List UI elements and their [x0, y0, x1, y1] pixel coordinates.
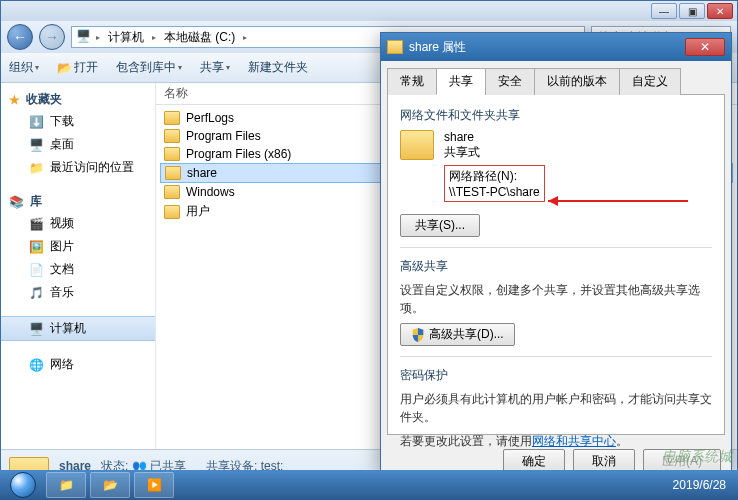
library-icon: 📚: [9, 195, 24, 209]
tab-general[interactable]: 常规: [387, 68, 437, 95]
properties-dialog: share 属性 ✕ 常规 共享 安全 以前的版本 自定义 网络文件和文件夹共享…: [380, 32, 732, 472]
desktop-icon: 🖥️: [29, 138, 44, 152]
sidebar-computer[interactable]: 🖥️计算机: [1, 316, 155, 341]
picture-icon: 🖼️: [29, 240, 44, 254]
section3-desc2: 若要更改此设置，请使用: [400, 434, 532, 448]
sidebar: ★收藏夹 ⬇️下载 🖥️桌面 📁最近访问的位置 📚库 🎬视频 🖼️图片 📄文档 …: [1, 83, 156, 449]
media-icon: ▶️: [147, 478, 162, 492]
task-explorer[interactable]: 📁: [46, 472, 86, 498]
titlebar: — ▣ ✕: [1, 1, 737, 21]
advanced-share-button[interactable]: 高级共享(D)...: [400, 323, 515, 346]
watermark: 电脑系统城: [662, 448, 732, 466]
tab-previous[interactable]: 以前的版本: [534, 68, 620, 95]
document-icon: 📄: [29, 263, 44, 277]
newfolder-button[interactable]: 新建文件夹: [248, 59, 308, 76]
network-center-link[interactable]: 网络和共享中心: [532, 434, 616, 448]
sidebar-videos[interactable]: 🎬视频: [1, 212, 155, 235]
folder-icon: [164, 205, 180, 219]
include-menu[interactable]: 包含到库中 ▾: [116, 59, 182, 76]
libraries-header[interactable]: 📚库: [1, 191, 155, 212]
network-path-box: 网络路径(N): \\TEST-PC\share: [444, 165, 545, 202]
close-button[interactable]: ✕: [707, 3, 733, 19]
section2-title: 高级共享: [400, 258, 712, 275]
share-state: 共享式: [444, 144, 545, 161]
tab-sharing[interactable]: 共享: [436, 68, 486, 95]
section1-title: 网络文件和文件夹共享: [400, 107, 712, 124]
section3-desc1: 用户必须具有此计算机的用户帐户和密码，才能访问共享文件夹。: [400, 390, 712, 426]
star-icon: ★: [9, 93, 20, 107]
recent-icon: 📁: [29, 161, 44, 175]
sidebar-documents[interactable]: 📄文档: [1, 258, 155, 281]
system-tray[interactable]: 2019/6/28: [665, 478, 734, 492]
shield-icon: [411, 328, 425, 342]
back-button[interactable]: ←: [7, 24, 33, 50]
download-icon: ⬇️: [29, 115, 44, 129]
folder-icon: 📂: [103, 478, 118, 492]
start-button[interactable]: [4, 470, 42, 500]
chevron-icon: ▸: [243, 33, 247, 42]
favorites-header[interactable]: ★收藏夹: [1, 89, 155, 110]
section3-title: 密码保护: [400, 367, 712, 384]
crumb-computer[interactable]: 计算机: [104, 29, 148, 46]
folder-icon: [164, 111, 180, 125]
share-menu[interactable]: 共享 ▾: [200, 59, 230, 76]
network-icon: 🌐: [29, 358, 44, 372]
taskbar: 📁 📂 ▶️ 2019/6/28: [0, 470, 738, 500]
sidebar-pictures[interactable]: 🖼️图片: [1, 235, 155, 258]
organize-menu[interactable]: 组织 ▾: [9, 59, 39, 76]
explorer-icon: 📁: [59, 478, 74, 492]
sharing-panel: 网络文件和文件夹共享 share 共享式 网络路径(N): \\TEST-PC\…: [387, 95, 725, 435]
dialog-close-button[interactable]: ✕: [685, 38, 725, 56]
task-folder[interactable]: 📂: [90, 472, 130, 498]
folder-icon: [165, 166, 181, 180]
sidebar-downloads[interactable]: ⬇️下载: [1, 110, 155, 133]
folder-icon: [387, 40, 403, 54]
computer-icon: 🖥️: [29, 322, 44, 336]
share-name: share: [444, 130, 545, 144]
chevron-icon: ▸: [96, 33, 100, 42]
folder-icon: [164, 129, 180, 143]
task-media[interactable]: ▶️: [134, 472, 174, 498]
open-button[interactable]: 📂 打开: [57, 59, 98, 76]
computer-icon: 🖥️: [76, 29, 92, 45]
folder-icon: [400, 130, 434, 160]
section2-desc: 设置自定义权限，创建多个共享，并设置其他高级共享选项。: [400, 281, 712, 317]
video-icon: 🎬: [29, 217, 44, 231]
forward-button[interactable]: →: [39, 24, 65, 50]
share-button[interactable]: 共享(S)...: [400, 214, 480, 237]
open-icon: 📂: [57, 61, 72, 75]
sidebar-recent[interactable]: 📁最近访问的位置: [1, 156, 155, 179]
netpath-value: \\TEST-PC\share: [449, 185, 540, 199]
maximize-button[interactable]: ▣: [679, 3, 705, 19]
folder-icon: [164, 147, 180, 161]
music-icon: 🎵: [29, 286, 44, 300]
sidebar-desktop[interactable]: 🖥️桌面: [1, 133, 155, 156]
chevron-icon: ▸: [152, 33, 156, 42]
windows-orb-icon: [10, 472, 36, 498]
crumb-drive[interactable]: 本地磁盘 (C:): [160, 29, 239, 46]
sidebar-music[interactable]: 🎵音乐: [1, 281, 155, 304]
tab-custom[interactable]: 自定义: [619, 68, 681, 95]
folder-icon: [164, 185, 180, 199]
dialog-titlebar: share 属性 ✕: [381, 33, 731, 61]
minimize-button[interactable]: —: [651, 3, 677, 19]
netpath-label: 网络路径(N):: [449, 168, 540, 185]
tabs: 常规 共享 安全 以前的版本 自定义: [387, 67, 725, 95]
tray-time: 2019/6/28: [673, 478, 726, 492]
dialog-title: share 属性: [409, 39, 466, 56]
sidebar-network[interactable]: 🌐网络: [1, 353, 155, 376]
tab-security[interactable]: 安全: [485, 68, 535, 95]
